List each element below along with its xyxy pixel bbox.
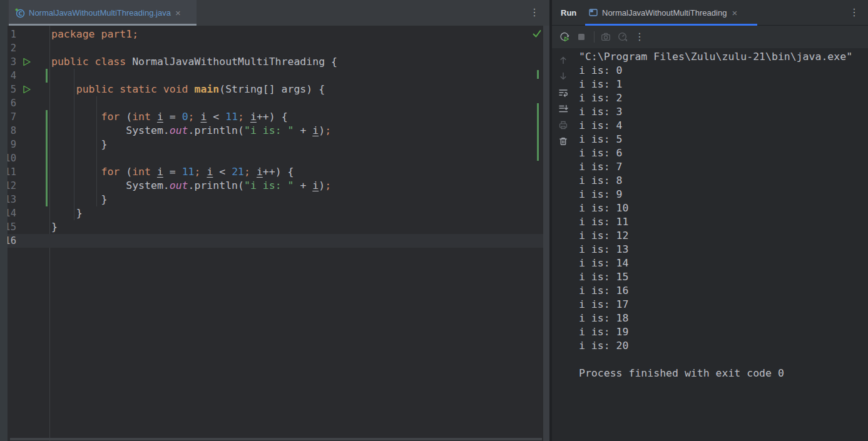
line-number[interactable]: 2	[11, 41, 16, 55]
code-token: int	[132, 166, 151, 178]
editor-gutter[interactable]: 5	[8, 83, 49, 96]
close-icon[interactable]: ×	[175, 8, 181, 18]
editor-gutter[interactable]: 4	[8, 69, 49, 83]
scroll-to-end-icon[interactable]	[557, 103, 569, 115]
code-line[interactable]: 12 System.out.println("i is: " + i);	[8, 179, 549, 193]
vcs-change-bar[interactable]	[46, 193, 48, 206]
code-line[interactable]: 5 public static void main(String[] args)…	[8, 83, 549, 96]
console-line: i is: 1	[574, 78, 868, 91]
code-token: i	[312, 180, 319, 191]
vcs-change-bar[interactable]	[46, 124, 48, 138]
code-token	[151, 111, 157, 123]
code-token: =	[163, 166, 182, 178]
code-line[interactable]: 1package part1;	[8, 28, 549, 41]
code-line[interactable]: 13 }	[8, 193, 549, 206]
vcs-stripe-mark[interactable]	[537, 103, 539, 161]
line-number[interactable]: 3	[11, 55, 16, 69]
line-number[interactable]: 9	[11, 138, 16, 151]
line-number[interactable]: 16	[8, 234, 16, 248]
code-line[interactable]: 11 for (int i = 11; i < 21; i++) {	[8, 165, 549, 179]
prev-occurrence-up-icon[interactable]	[557, 54, 569, 66]
code-line[interactable]: 16	[8, 234, 549, 248]
vcs-change-bar[interactable]	[46, 165, 48, 179]
vcs-change-bar[interactable]	[46, 69, 48, 83]
code-line[interactable]: 14 }	[8, 206, 549, 220]
close-icon[interactable]: ×	[732, 8, 737, 18]
vcs-change-bar[interactable]	[46, 110, 48, 124]
editor-gutter[interactable]: 10	[8, 151, 49, 165]
editor-tab[interactable]: C NormalJavaWithoutMultiThreading.java ×	[9, 0, 197, 26]
editor-vertical-scrollbar[interactable]	[543, 26, 549, 441]
code-line[interactable]: 6	[8, 96, 549, 110]
editor-gutter[interactable]: 8	[8, 124, 49, 138]
clear-console-trash-icon[interactable]	[557, 135, 569, 148]
soft-wrap-icon[interactable]	[557, 86, 569, 99]
editor-gutter[interactable]: 6	[8, 96, 49, 110]
code-token	[250, 166, 257, 178]
editor-gutter[interactable]: 3	[8, 55, 49, 69]
console-output[interactable]: "C:\Program Files\Zulu\zulu-21\bin\java.…	[574, 50, 868, 441]
code-token: )	[319, 180, 325, 191]
editor-gutter[interactable]: 14	[8, 206, 49, 220]
code-line[interactable]: 10	[8, 151, 549, 165]
memory-snapshot-camera-icon[interactable]	[601, 32, 611, 42]
run-gutter-icon[interactable]	[23, 85, 31, 94]
code-line[interactable]: 8 System.out.println("i is: " + i);	[8, 124, 549, 138]
code-line[interactable]: 2	[8, 41, 549, 55]
run-options-kebab-icon[interactable]: ⋮	[849, 7, 859, 18]
code-token: ;	[238, 111, 244, 123]
run-gutter-icon[interactable]	[23, 58, 31, 66]
code-line[interactable]: 9 }	[8, 138, 549, 151]
stop-button[interactable]	[576, 32, 586, 42]
code-line[interactable]: 3 public class NormalJavaWithoutMultiThr…	[8, 55, 549, 69]
rerun-button[interactable]	[559, 32, 569, 42]
inspections-ok-check-icon[interactable]	[532, 29, 542, 39]
editor-gutter[interactable]: 13	[8, 193, 49, 206]
run-tab[interactable]: NormalJavaWithoutMultiThreading ×	[583, 0, 742, 25]
console-line	[574, 353, 868, 367]
run-tool-window-title[interactable]: Run	[561, 8, 576, 18]
editor-horizontal-scrollbar[interactable]	[10, 438, 542, 440]
line-number[interactable]: 15	[8, 220, 16, 234]
toolbar-kebab-icon[interactable]: ⋮	[635, 32, 645, 42]
code-text: for (int i = 0; i < 11; i++) {	[51, 110, 288, 124]
editor-gutter[interactable]: 16	[8, 234, 49, 248]
code-token: out	[170, 124, 188, 136]
line-number[interactable]: 5	[11, 83, 16, 96]
print-icon[interactable]	[557, 119, 569, 131]
editor-gutter[interactable]: 2	[8, 41, 49, 55]
line-number[interactable]: 4	[11, 69, 16, 83]
editor-gutter[interactable]: 9	[8, 138, 49, 151]
profiler-gauge-icon[interactable]	[618, 32, 628, 42]
line-number[interactable]: 8	[11, 124, 16, 138]
tool-window-stripe[interactable]	[0, 0, 8, 441]
vcs-change-bar[interactable]	[46, 179, 48, 193]
vcs-change-bar[interactable]	[46, 151, 48, 165]
code-line[interactable]: 7 for (int i = 0; i < 11; i++) {	[8, 110, 549, 124]
code-editor[interactable]: 1package part1;23 public class NormalJav…	[8, 26, 549, 441]
line-number[interactable]: 7	[11, 110, 16, 124]
line-number[interactable]: 13	[8, 193, 16, 206]
editor-options-kebab-icon[interactable]: ⋮	[529, 7, 539, 18]
line-number[interactable]: 6	[11, 96, 16, 110]
code-text: for (int i = 11; i < 21; i++) {	[51, 165, 294, 179]
code-line[interactable]: 4	[8, 69, 549, 83]
code-text: System.out.println("i is: " + i);	[51, 179, 331, 193]
code-token: ;	[244, 166, 250, 178]
code-line[interactable]: 15}	[8, 220, 549, 234]
line-number[interactable]: 12	[8, 179, 16, 193]
line-number[interactable]: 10	[8, 151, 16, 165]
line-number[interactable]: 14	[8, 206, 16, 220]
editor-tab-title: NormalJavaWithoutMultiThreading.java	[29, 8, 171, 18]
editor-gutter[interactable]: 12	[8, 179, 49, 193]
line-number[interactable]: 1	[11, 28, 16, 41]
line-number[interactable]: 11	[8, 165, 16, 179]
next-occurrence-down-icon[interactable]	[557, 70, 569, 83]
editor-gutter[interactable]: 15	[8, 220, 49, 234]
vcs-change-bar[interactable]	[46, 138, 48, 151]
code-token: main	[194, 83, 219, 95]
vcs-stripe-mark[interactable]	[537, 70, 539, 79]
editor-gutter[interactable]: 1	[8, 28, 49, 41]
editor-gutter[interactable]: 11	[8, 165, 49, 179]
editor-gutter[interactable]: 7	[8, 110, 49, 124]
